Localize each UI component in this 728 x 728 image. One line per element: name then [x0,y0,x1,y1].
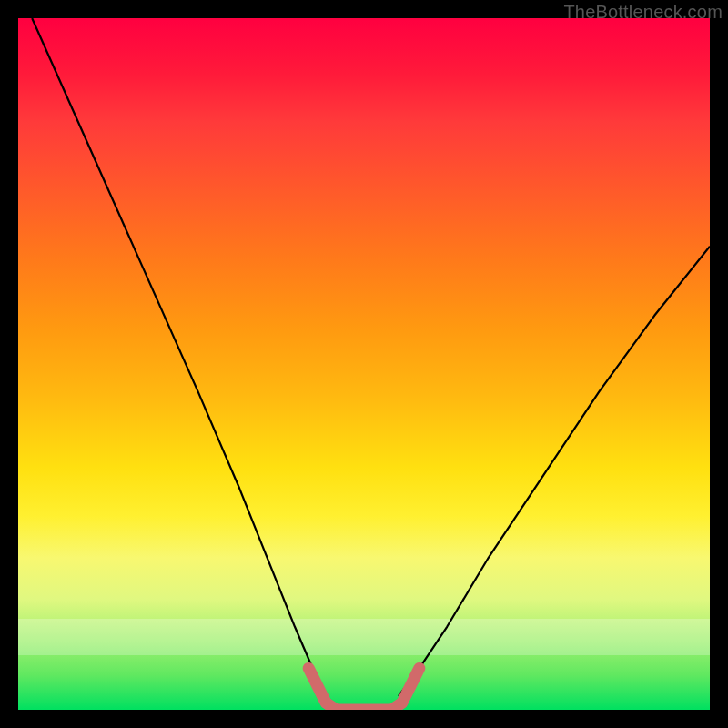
series-bottom-bracket [308,668,420,710]
curve-layer [18,18,710,710]
series-right-curve [399,247,710,696]
plot-area [18,18,710,710]
chart-frame: TheBottleneck.com [0,0,728,728]
series-left-curve [32,18,326,696]
